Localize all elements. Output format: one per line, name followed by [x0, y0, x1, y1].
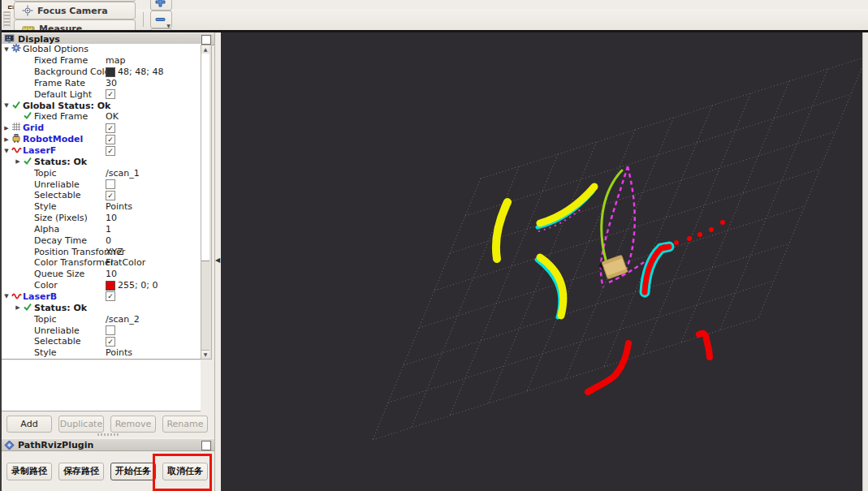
row-checkbox[interactable]: ✓: [106, 191, 115, 200]
row-value[interactable]: FlatColor: [106, 257, 145, 268]
row-value[interactable]: 10: [106, 213, 117, 223]
tree-row-selectable[interactable]: Selectable✓: [2, 190, 201, 201]
tree-row-topic[interactable]: Topic/scan_2: [2, 313, 201, 325]
pathrviz-float-button[interactable]: [201, 441, 211, 450]
row-value[interactable]: 30: [106, 78, 117, 88]
pathrviz-button-1[interactable]: 录制路径: [6, 463, 52, 480]
row-checkbox[interactable]: ✓: [106, 89, 115, 99]
tree-row-style[interactable]: StylePoints: [2, 347, 201, 359]
3d-viewport[interactable]: [221, 32, 865, 491]
row-checkbox[interactable]: ✓: [106, 337, 115, 347]
row-label: Fixed Frame: [34, 55, 88, 66]
tree-row-topic[interactable]: Topic/scan_1: [2, 167, 201, 179]
scrollbar-thumb[interactable]: [201, 54, 209, 261]
tree-row-robotmodel[interactable]: ▶RobotModel✓: [2, 134, 201, 145]
displays-action-buttons: AddDuplicateRemoveRename: [6, 416, 208, 433]
row-value[interactable]: map: [106, 55, 125, 66]
displays-scrollbar[interactable]: ▲ ▼: [201, 45, 212, 360]
row-label: Status: Ok: [34, 303, 87, 313]
row-checkbox[interactable]: ✓: [106, 291, 115, 301]
row-checkbox[interactable]: ✓: [106, 135, 115, 144]
tree-row-unreliable[interactable]: Unreliable: [2, 325, 201, 336]
row-value[interactable]: 10: [106, 269, 117, 279]
tree-row-status-ok[interactable]: ▶Status: Ok: [2, 302, 201, 313]
pathrviz-button-2[interactable]: 保存路径: [58, 463, 104, 480]
focus-camera-icon: [22, 5, 33, 16]
tree-row-default-light[interactable]: Default Light✓: [2, 88, 201, 100]
check-icon: [11, 100, 23, 112]
expand-down-icon[interactable]: ▼: [2, 102, 11, 109]
robot-icon: [11, 133, 23, 145]
tree-row-frame-rate[interactable]: Frame Rate30: [2, 78, 201, 89]
expand-right-icon[interactable]: ▶: [2, 125, 11, 131]
check-icon: [23, 302, 34, 314]
displays-tree: ▼Global OptionsFixed FramemapBackground …: [2, 44, 201, 360]
row-value[interactable]: /scan_1: [106, 168, 140, 179]
tree-row-alpha[interactable]: Alpha1: [2, 224, 201, 235]
pathrviz-button-4[interactable]: 取消任务: [162, 463, 208, 480]
expand-right-icon[interactable]: ▶: [13, 158, 23, 165]
tree-row-fixed-frame[interactable]: Fixed FrameOK: [2, 111, 201, 123]
expand-down-icon[interactable]: ▼: [2, 293, 11, 299]
window-right-strip: [862, 32, 868, 491]
tree-row-color[interactable]: Color255; 0; 0: [2, 280, 201, 291]
expand-right-icon[interactable]: ▶: [13, 304, 23, 311]
expand-right-icon[interactable]: ▶: [2, 136, 11, 143]
splitter-collapse-icon[interactable]: ◀: [215, 256, 220, 264]
row-value[interactable]: Points: [106, 201, 132, 212]
row-value[interactable]: OK: [106, 111, 119, 122]
tree-row-queue-size[interactable]: Queue Size10: [2, 269, 201, 280]
row-label: Frame Rate: [34, 78, 85, 88]
row-value[interactable]: 48; 48; 48: [106, 67, 163, 77]
tree-row-global-status-ok[interactable]: ▼Global Status: Ok: [2, 100, 201, 111]
tree-row-background-color[interactable]: Background Color48; 48; 48: [2, 67, 201, 78]
tree-row-size-pixels-[interactable]: Size (Pixels)10: [2, 213, 201, 224]
tree-row-color-transformer[interactable]: Color TransformerFlatColor: [2, 257, 201, 269]
rename-button[interactable]: Rename: [162, 416, 208, 433]
expand-down-icon[interactable]: ▼: [2, 46, 11, 53]
laser-front-arcB: [540, 187, 594, 223]
row-label: Color Transformer: [34, 257, 114, 268]
toolbar-drag-handle[interactable]: [3, 11, 11, 28]
expand-down-icon[interactable]: ▼: [2, 148, 11, 154]
scroll-down-icon[interactable]: ▼: [201, 350, 209, 359]
path-right: [622, 166, 635, 276]
tree-row-selectable[interactable]: Selectable✓: [2, 336, 201, 347]
tree-row-laserf[interactable]: ▼LaserF✓: [2, 145, 201, 157]
tree-row-global-options[interactable]: ▼Global Options: [2, 44, 201, 55]
add-button[interactable]: Add: [6, 416, 52, 433]
row-checkbox[interactable]: ✓: [106, 123, 115, 133]
remove-button[interactable]: Remove: [110, 416, 156, 433]
remove-tool-button[interactable]: ▼: [150, 11, 172, 28]
row-label: LaserF: [23, 145, 56, 156]
row-value[interactable]: 255; 0; 0: [106, 280, 158, 291]
tree-row-status-ok[interactable]: ▶Status: Ok: [2, 156, 201, 167]
row-value[interactable]: XYZ: [106, 247, 123, 257]
add-tool-button[interactable]: [150, 0, 172, 11]
laser-icon: [11, 145, 23, 156]
panel-splitter-grip[interactable]: [97, 433, 119, 436]
tree-row-grid[interactable]: ▶Grid✓: [2, 123, 201, 134]
pathrviz-panel-header[interactable]: PathRvizPlugin: [2, 438, 214, 451]
row-value[interactable]: 0: [106, 235, 111, 246]
laser-back-arcF: [699, 334, 710, 357]
tree-row-fixed-frame[interactable]: Fixed Framemap: [2, 55, 201, 67]
row-label: Status: Ok: [34, 157, 87, 167]
row-value[interactable]: /scan_2: [106, 314, 140, 325]
row-value[interactable]: Points: [106, 347, 132, 358]
tool-focus-camera[interactable]: Focus Camera: [14, 2, 136, 19]
row-checkbox[interactable]: [106, 179, 115, 189]
pathrviz-buttons: 录制路径保存路径开始任务取消任务: [6, 463, 208, 480]
tree-row-position-transformer[interactable]: Position TransformerXYZ: [2, 246, 201, 257]
displays-float-button[interactable]: [201, 35, 211, 45]
tree-row-unreliable[interactable]: Unreliable: [2, 179, 201, 190]
pathrviz-button-3[interactable]: 开始任务: [110, 463, 156, 480]
row-checkbox[interactable]: [106, 325, 115, 335]
tree-row-laserb[interactable]: ▼LaserB✓: [2, 291, 201, 303]
tree-row-style[interactable]: StylePoints: [2, 201, 201, 213]
tree-row-decay-time[interactable]: Decay Time0: [2, 235, 201, 246]
row-value[interactable]: 1: [106, 224, 111, 235]
row-label: Selectable: [34, 190, 80, 200]
duplicate-button[interactable]: Duplicate: [58, 416, 104, 433]
row-checkbox[interactable]: ✓: [106, 146, 115, 156]
